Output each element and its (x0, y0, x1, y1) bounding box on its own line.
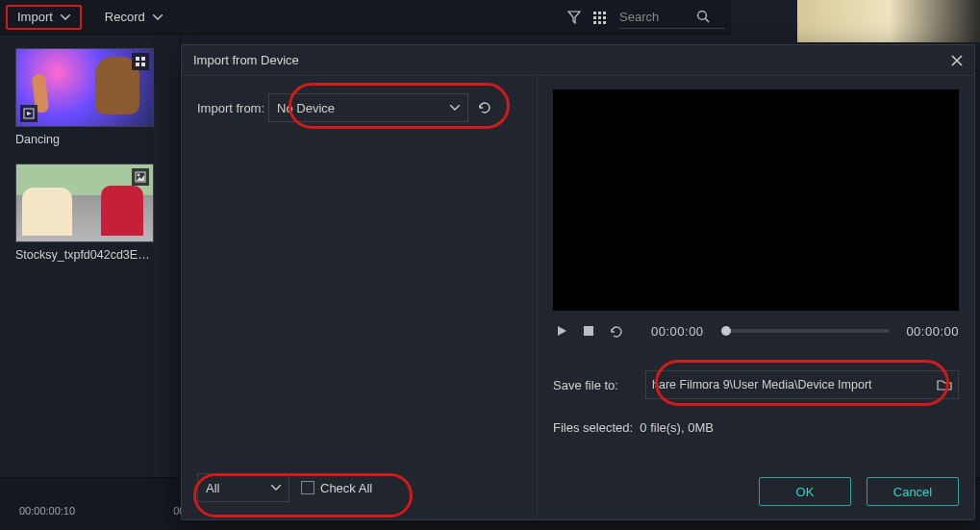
svg-rect-3 (593, 16, 596, 19)
dialog-left-pane: Import from: No Device All Check All (182, 76, 538, 519)
media-label: Dancing (15, 133, 154, 146)
add-to-timeline-icon[interactable] (20, 105, 38, 122)
media-panel: Dancing Stocksy_txpfd042cd3EA... (0, 35, 181, 477)
svg-rect-1 (598, 12, 601, 14)
svg-rect-8 (603, 21, 606, 24)
svg-rect-6 (593, 21, 596, 24)
timecode-total: 00:00:00 (906, 324, 959, 339)
svg-rect-18 (584, 326, 593, 336)
filter-select[interactable]: All (197, 473, 289, 502)
svg-rect-5 (603, 16, 606, 19)
folder-icon[interactable] (931, 378, 952, 391)
files-selected-row: Files selected: 0 file(s), 0MB (553, 420, 959, 435)
filter-icon[interactable] (562, 5, 587, 30)
cancel-button[interactable]: Cancel (867, 477, 959, 506)
dialog-titlebar: Import from Device (182, 45, 974, 76)
import-from-device-dialog: Import from Device Import from: No Devic… (181, 44, 975, 520)
checkbox-icon (301, 481, 314, 494)
close-icon[interactable] (951, 55, 963, 66)
preview-area (553, 89, 959, 311)
stop-icon[interactable] (580, 322, 597, 340)
grid-view-icon[interactable] (587, 5, 612, 30)
svg-rect-0 (593, 12, 596, 14)
record-dropdown[interactable]: Record (95, 5, 172, 30)
svg-rect-12 (141, 57, 145, 61)
loop-icon[interactable] (607, 322, 624, 340)
device-select-value: No Device (277, 101, 335, 115)
chevron-down-icon (153, 14, 163, 20)
media-thumbnail[interactable] (15, 164, 154, 242)
import-dropdown[interactable]: Import (6, 5, 82, 30)
background-photo-sliver (797, 0, 980, 42)
svg-point-17 (138, 174, 140, 177)
filter-select-value: All (206, 481, 219, 495)
timecode-current: 00:00:00 (651, 324, 704, 339)
svg-line-10 (705, 18, 709, 22)
ruler-mark: 00:00:00:10 (19, 505, 75, 530)
play-icon[interactable] (553, 322, 570, 340)
ok-button[interactable]: OK (759, 477, 851, 506)
image-badge-icon (132, 168, 149, 186)
save-to-label: Save file to: (553, 378, 645, 392)
top-toolbar: Import Record (0, 0, 731, 35)
svg-rect-13 (136, 63, 139, 66)
import-from-label: Import from: (197, 101, 264, 115)
svg-rect-4 (598, 16, 601, 19)
search-input[interactable] (619, 10, 696, 24)
save-to-path-value: hare Filmora 9\User Media\Device Import (652, 378, 872, 391)
check-all-checkbox[interactable]: Check All (301, 481, 372, 495)
svg-rect-14 (141, 63, 145, 66)
svg-rect-11 (136, 57, 139, 61)
timeline-slider[interactable] (721, 329, 890, 333)
svg-rect-2 (603, 12, 606, 14)
dialog-right-pane: 00:00:00 00:00:00 Save file to: hare Fil… (538, 76, 974, 519)
record-label: Record (105, 10, 145, 24)
transport-controls: 00:00:00 00:00:00 (553, 316, 959, 345)
chevron-down-icon (450, 105, 460, 111)
files-selected-label: Files selected: (553, 420, 633, 435)
media-label: Stocksy_txpfd042cd3EA... (15, 248, 154, 262)
save-to-path-field[interactable]: hare Filmora 9\User Media\Device Import (645, 370, 959, 399)
files-selected-value: 0 file(s), 0MB (640, 420, 714, 435)
grid-badge-icon (132, 53, 149, 70)
device-select[interactable]: No Device (268, 93, 468, 122)
svg-point-9 (698, 12, 707, 20)
search-icon (696, 10, 710, 23)
media-thumbnail[interactable] (15, 48, 154, 127)
slider-handle[interactable] (721, 326, 731, 336)
chevron-down-icon (271, 485, 281, 491)
dialog-title: Import from Device (193, 53, 299, 67)
import-label: Import (17, 10, 53, 24)
check-all-label: Check All (320, 481, 372, 495)
svg-rect-7 (598, 21, 601, 24)
chevron-down-icon (61, 14, 70, 20)
refresh-icon[interactable] (474, 97, 495, 118)
search-field[interactable] (619, 6, 725, 29)
